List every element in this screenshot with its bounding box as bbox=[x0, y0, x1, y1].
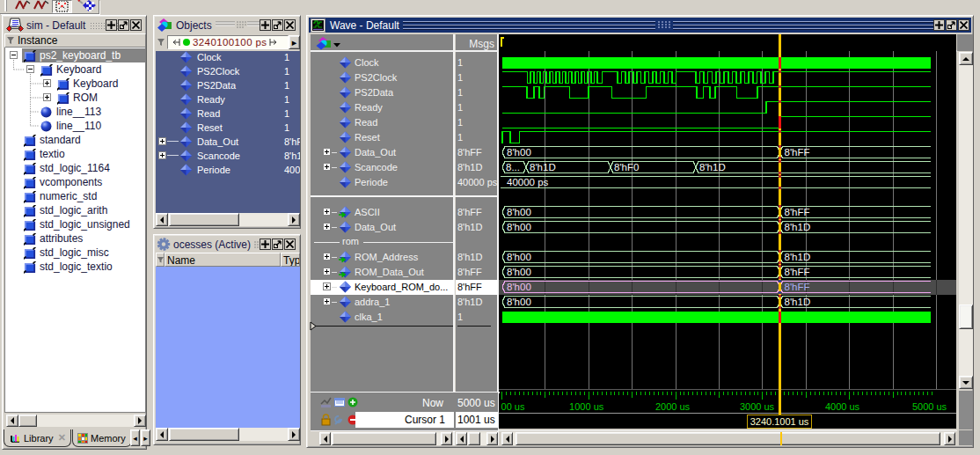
svg-text:8...: 8... bbox=[506, 162, 520, 172]
svg-text:4000 us: 4000 us bbox=[825, 401, 860, 412]
svg-text:8'h00: 8'h00 bbox=[507, 297, 531, 307]
svg-text:8'hFF: 8'hFF bbox=[785, 207, 810, 217]
svg-text:8'h00: 8'h00 bbox=[507, 252, 531, 262]
svg-text:8'h1D: 8'h1D bbox=[785, 222, 811, 232]
svg-text:8'h1D: 8'h1D bbox=[530, 162, 556, 172]
svg-text:8'hFF: 8'hFF bbox=[785, 282, 810, 292]
svg-text:2000 us: 2000 us bbox=[655, 401, 691, 412]
svg-text:3000 us: 3000 us bbox=[740, 401, 775, 412]
svg-text:8'h00: 8'h00 bbox=[507, 222, 531, 232]
svg-text:8'hFF: 8'hFF bbox=[785, 147, 810, 158]
svg-text:8'h00: 8'h00 bbox=[507, 267, 531, 277]
svg-text:8'h00: 8'h00 bbox=[507, 147, 531, 158]
svg-text:8'h1D: 8'h1D bbox=[785, 297, 811, 307]
svg-text:3240.1001 us: 3240.1001 us bbox=[750, 416, 809, 427]
svg-text:8'hF0: 8'hF0 bbox=[614, 162, 639, 172]
svg-text:5000 us: 5000 us bbox=[912, 401, 947, 412]
svg-text:8'h00: 8'h00 bbox=[507, 207, 531, 217]
svg-text:8'hFF: 8'hFF bbox=[785, 267, 810, 277]
svg-text:8'h1D: 8'h1D bbox=[699, 162, 726, 172]
svg-text:8'h00: 8'h00 bbox=[507, 282, 531, 292]
svg-text:40000 ps: 40000 ps bbox=[507, 177, 549, 187]
svg-text:1000 us: 1000 us bbox=[569, 401, 604, 412]
svg-text:8'h1D: 8'h1D bbox=[785, 252, 811, 262]
svg-text:00 us: 00 us bbox=[501, 401, 525, 412]
